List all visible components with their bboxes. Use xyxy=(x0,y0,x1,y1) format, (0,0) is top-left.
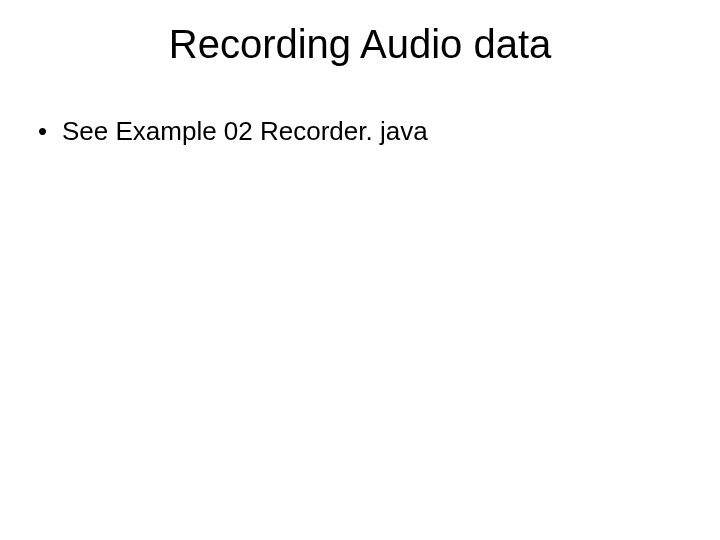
list-item: See Example 02 Recorder. java xyxy=(38,115,428,149)
bullet-list: See Example 02 Recorder. java xyxy=(38,115,428,149)
slide-title: Recording Audio data xyxy=(0,22,720,67)
